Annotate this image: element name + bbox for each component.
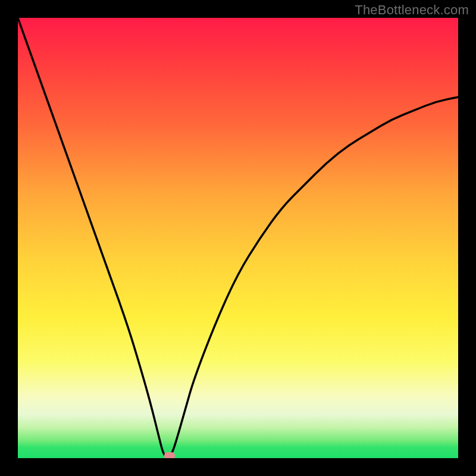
watermark-text: TheBottleneck.com <box>355 2 469 18</box>
plot-area <box>18 18 458 458</box>
chart-frame: TheBottleneck.com <box>0 0 476 476</box>
bottleneck-curve <box>18 18 458 458</box>
min-marker <box>164 452 175 458</box>
